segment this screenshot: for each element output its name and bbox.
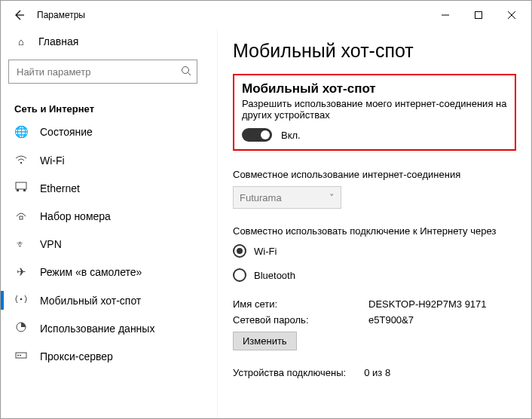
maximize-button[interactable] bbox=[462, 1, 495, 29]
share-connection-select[interactable]: Futurama ˅ bbox=[233, 186, 341, 209]
svg-line-5 bbox=[188, 73, 191, 76]
sidebar-item-hotspot[interactable]: Мобильный хот-спот bbox=[1, 286, 208, 314]
radio-icon bbox=[233, 244, 246, 258]
devices-label: Устройства подключены: bbox=[233, 367, 346, 378]
sidebar-item-label: Состояние bbox=[40, 126, 93, 138]
share-connection-block: Совместное использование интернет-соедин… bbox=[233, 169, 516, 209]
svg-rect-10 bbox=[20, 216, 23, 219]
hotspot-toggle[interactable]: Вкл. bbox=[242, 128, 507, 142]
sidebar-item-proxy[interactable]: Прокси-сервер bbox=[1, 342, 208, 370]
radio-bluetooth-label: Bluetooth bbox=[254, 270, 295, 281]
svg-point-4 bbox=[182, 67, 189, 74]
share-connection-label: Совместное использование интернет-соедин… bbox=[233, 169, 516, 180]
ethernet-icon bbox=[14, 182, 28, 194]
share-via-block: Совместно использовать подключение к Инт… bbox=[233, 225, 516, 282]
hotspot-section-highlight: Мобильный хот-спот Разрешить использован… bbox=[233, 74, 516, 151]
sidebar-home-label: Главная bbox=[38, 35, 78, 47]
back-button[interactable] bbox=[4, 1, 34, 29]
status-icon: 🌐 bbox=[14, 125, 28, 139]
network-info-block: Имя сети: DESKTOP-H92P7M3 9171 Сетевой п… bbox=[233, 298, 516, 350]
sidebar-item-label: Ethernet bbox=[40, 182, 80, 194]
wifi-icon bbox=[14, 154, 28, 167]
hotspot-title: Мобильный хот-спот bbox=[242, 81, 507, 96]
radio-bluetooth[interactable]: Bluetooth bbox=[233, 268, 516, 282]
content: Мобильный хот-спот Мобильный хот-спот Ра… bbox=[218, 29, 531, 418]
sidebar-item-label: Wi-Fi bbox=[40, 154, 65, 167]
sidebar-item-label: Прокси-сервер bbox=[40, 350, 113, 362]
change-button[interactable]: Изменить bbox=[233, 332, 297, 350]
titlebar: Параметры bbox=[1, 1, 531, 29]
vpn-icon: ᯤ bbox=[14, 237, 28, 250]
hotspot-desc: Разрешить использование моего интернет-с… bbox=[242, 98, 507, 121]
search-input[interactable] bbox=[8, 60, 197, 84]
network-name-value: DESKTOP-H92P7M3 9171 bbox=[368, 298, 487, 310]
sidebar-item-status[interactable]: 🌐 Состояние bbox=[1, 118, 208, 146]
proxy-icon bbox=[14, 350, 28, 362]
arrow-left-icon bbox=[13, 9, 25, 21]
chevron-down-icon: ˅ bbox=[329, 192, 335, 203]
network-password-value: e5T900&7 bbox=[368, 314, 414, 326]
sidebar-item-label: Набор номера bbox=[40, 210, 111, 222]
search-icon bbox=[181, 66, 191, 78]
sidebar-item-ethernet[interactable]: Ethernet bbox=[1, 174, 208, 202]
home-icon: ⌂ bbox=[14, 36, 28, 47]
sidebar-item-label: Использование данных bbox=[40, 323, 154, 335]
sidebar-item-dialup[interactable]: Набор номера bbox=[1, 202, 208, 230]
toggle-switch-icon bbox=[242, 128, 272, 142]
sidebar-item-vpn[interactable]: ᯤ VPN bbox=[1, 230, 208, 258]
share-connection-value: Futurama bbox=[240, 192, 282, 203]
dialup-icon bbox=[14, 210, 28, 222]
network-name-label: Имя сети: bbox=[233, 298, 368, 310]
airplane-icon: ✈ bbox=[14, 265, 28, 279]
window-title: Параметры bbox=[34, 10, 85, 20]
sidebar-item-datausage[interactable]: Использование данных bbox=[1, 314, 208, 342]
svg-rect-8 bbox=[17, 189, 19, 191]
network-password-label: Сетевой пароль: bbox=[233, 314, 368, 326]
svg-point-14 bbox=[17, 355, 19, 356]
sidebar-item-label: Режим «в самолете» bbox=[40, 266, 142, 278]
svg-rect-1 bbox=[475, 12, 482, 19]
minimize-button[interactable] bbox=[429, 1, 462, 29]
devices-value: 0 из 8 bbox=[364, 367, 390, 378]
radio-wifi-label: Wi-Fi bbox=[254, 246, 277, 257]
hotspot-toggle-state: Вкл. bbox=[281, 130, 301, 141]
sidebar-item-airplane[interactable]: ✈ Режим «в самолете» bbox=[1, 258, 208, 286]
share-via-label: Совместно использовать подключение к Инт… bbox=[233, 225, 516, 237]
sidebar-category: Сеть и Интернет bbox=[1, 96, 208, 118]
svg-rect-9 bbox=[23, 189, 26, 191]
datausage-icon bbox=[14, 322, 28, 335]
svg-point-11 bbox=[20, 298, 23, 301]
close-button[interactable] bbox=[495, 1, 528, 29]
sidebar-item-label: VPN bbox=[40, 238, 62, 250]
svg-point-15 bbox=[20, 355, 21, 356]
sidebar-item-wifi[interactable]: Wi-Fi bbox=[1, 146, 208, 174]
page-title: Мобильный хот-спот bbox=[233, 40, 516, 62]
radio-icon bbox=[233, 268, 246, 282]
svg-rect-7 bbox=[16, 182, 26, 189]
sidebar-item-label: Мобильный хот-спот bbox=[40, 295, 141, 307]
devices-row: Устройства подключены: 0 из 8 bbox=[233, 367, 516, 378]
hotspot-icon bbox=[14, 294, 28, 307]
sidebar: ⌂ Главная Сеть и Интернет 🌐 Состояние Wi… bbox=[1, 29, 218, 418]
sidebar-home[interactable]: ⌂ Главная bbox=[1, 29, 208, 60]
search-wrap bbox=[8, 60, 197, 84]
svg-point-6 bbox=[20, 162, 22, 164]
radio-wifi[interactable]: Wi-Fi bbox=[233, 244, 516, 258]
